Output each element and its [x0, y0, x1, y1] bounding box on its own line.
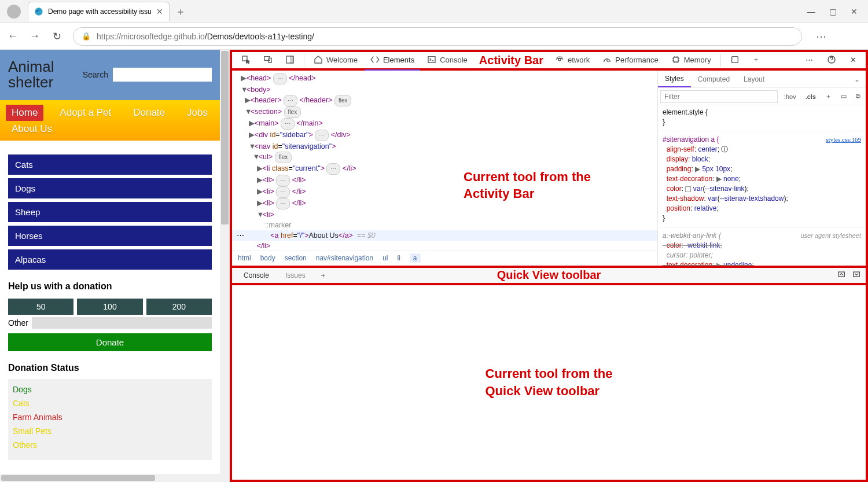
tab-network[interactable]: etwork: [549, 50, 595, 71]
computed-tab[interactable]: Computed: [691, 72, 737, 87]
other-amount-input[interactable]: [32, 317, 212, 329]
svg-rect-11: [838, 272, 845, 277]
donation-status: Donation Status Dogs Cats Farm Animals S…: [0, 355, 220, 468]
devtools-panel: Welcome Elements Console Activity Bar et…: [230, 50, 868, 482]
browser-titlebar: Demo page with accessibility issu ✕ ＋ — …: [0, 0, 868, 23]
styles-tab[interactable]: Styles: [658, 71, 691, 87]
sidebar-item[interactable]: Horses: [8, 226, 212, 246]
window-controls: — ▢ ✕: [797, 7, 868, 16]
performance-icon: [602, 55, 612, 64]
sidebar-item[interactable]: Dogs: [8, 178, 212, 198]
annotation-qv-body: Current tool from theQuick View toolbar: [486, 365, 613, 399]
nav-jobs[interactable]: Jobs: [181, 105, 214, 121]
tab-elements[interactable]: Elements: [365, 50, 420, 71]
close-tab-icon[interactable]: ✕: [156, 7, 163, 16]
qv-expand-icon[interactable]: [837, 270, 846, 281]
styles-filter-input[interactable]: [660, 90, 778, 103]
sidebar-item[interactable]: Sheep: [8, 202, 212, 222]
status-item: Small Pets: [13, 426, 207, 436]
svg-rect-6: [428, 57, 435, 63]
hov-toggle[interactable]: :hov: [781, 92, 799, 101]
search-label: Search: [83, 70, 108, 79]
rendered-page: Animal shelter Search Home Adopt a Pet D…: [0, 50, 230, 482]
site-title: Animal shelter: [8, 59, 78, 91]
donate-button[interactable]: Donate: [8, 333, 212, 351]
source-link[interactable]: styles.css:169: [826, 135, 861, 145]
browser-tab[interactable]: Demo page with accessibility issu ✕: [28, 2, 170, 21]
breadcrumb[interactable]: html body section nav#sitenavigation ul …: [232, 251, 657, 266]
address-bar[interactable]: 🔒 https://microsoftedge.github.io/Demos/…: [73, 27, 802, 46]
more-tabs-icon[interactable]: ＋: [746, 50, 766, 71]
lock-icon: 🔒: [82, 32, 91, 41]
close-window-icon[interactable]: ✕: [851, 7, 858, 16]
status-heading: Donation Status: [8, 363, 212, 373]
box-editor-icon[interactable]: ⧉: [853, 91, 863, 101]
nav-home[interactable]: Home: [6, 105, 43, 121]
home-icon: [314, 55, 323, 64]
new-rule-icon[interactable]: ＋: [822, 91, 834, 102]
search-input[interactable]: [113, 68, 212, 82]
tab-performance[interactable]: Performance: [597, 50, 664, 71]
tab-memory[interactable]: Memory: [665, 50, 717, 71]
other-label: Other: [8, 318, 28, 328]
browser-menu-icon[interactable]: ⋯: [812, 30, 830, 43]
status-item: Dogs: [13, 385, 207, 394]
qv-add-tab-icon[interactable]: ＋: [315, 270, 332, 281]
dom-tree[interactable]: ▶<head> ⋯ </head> ▼<body> ▶<header> ⋯ </…: [232, 71, 657, 251]
css-rules[interactable]: element.style { } #sitenavigation a {sty…: [658, 105, 866, 266]
flex-editor-icon[interactable]: ▭: [838, 91, 849, 101]
status-item: Others: [13, 440, 207, 450]
amount-200-button[interactable]: 200: [146, 299, 212, 315]
donation-section: Help us with a donation 50 100 200 Other…: [0, 278, 220, 355]
more-tools-icon[interactable]: ⋯: [800, 50, 819, 71]
close-devtools-icon[interactable]: ✕: [844, 50, 862, 71]
qv-collapse-icon[interactable]: [852, 270, 861, 281]
sidebar-item[interactable]: Cats: [8, 154, 212, 175]
inspect-element-icon[interactable]: [236, 50, 256, 71]
amount-100-button[interactable]: 100: [77, 299, 142, 315]
url-text: https://microsoftedge.github.io/Demos/de…: [97, 32, 314, 41]
new-tab-button[interactable]: ＋: [175, 5, 186, 19]
page-header: Animal shelter Search: [0, 50, 220, 100]
dock-side-icon[interactable]: [279, 50, 300, 71]
tab-welcome[interactable]: Welcome: [308, 50, 363, 71]
sidebar-item[interactable]: Alpacas: [8, 249, 212, 270]
nav-adopt[interactable]: Adopt a Pet: [54, 105, 117, 121]
dock-tab-icon[interactable]: [724, 50, 745, 71]
layout-tab[interactable]: Layout: [737, 72, 771, 87]
browser-toolbar: ← → ↻ 🔒 https://microsoftedge.github.io/…: [0, 23, 868, 50]
minimize-icon[interactable]: —: [807, 7, 815, 16]
reload-button[interactable]: ↻: [51, 30, 62, 43]
memory-icon: [671, 55, 681, 64]
styles-pane: Styles Computed Layout ⌄ :hov .cls ＋ ▭ ⧉: [657, 71, 866, 266]
main-nav: Home Adopt a Pet Donate Jobs About Us: [0, 100, 220, 141]
chevron-down-icon[interactable]: ⌄: [848, 75, 866, 83]
qv-issues-tab[interactable]: Issues: [278, 269, 312, 282]
svg-rect-12: [854, 272, 860, 277]
maximize-icon[interactable]: ▢: [829, 7, 837, 16]
tab-console[interactable]: Console: [421, 50, 473, 71]
horizontal-scrollbar[interactable]: [0, 474, 220, 482]
vertical-scrollbar[interactable]: [220, 50, 230, 482]
quick-view-body: Current tool from theQuick View toolbar: [230, 285, 868, 483]
network-icon: [555, 55, 564, 64]
svg-rect-5: [290, 56, 293, 63]
edge-favicon: [34, 7, 43, 16]
svg-rect-9: [731, 57, 738, 63]
profile-avatar[interactable]: [7, 5, 21, 19]
cls-toggle[interactable]: .cls: [803, 92, 819, 101]
sidebar-nav: Cats Dogs Sheep Horses Alpacas: [0, 141, 220, 278]
qv-console-tab[interactable]: Console: [237, 269, 276, 282]
elements-icon: [370, 55, 380, 64]
annotation-activity-bar: Activity Bar: [475, 54, 548, 67]
amount-50-button[interactable]: 50: [8, 299, 73, 315]
device-emulation-icon[interactable]: [258, 50, 278, 71]
styles-tabs: Styles Computed Layout ⌄: [658, 71, 866, 88]
help-icon[interactable]: [821, 50, 842, 71]
svg-rect-8: [674, 57, 678, 62]
selected-dom-node: ⋯ <a href="/">About Us</a> == $0: [232, 230, 657, 241]
nav-about[interactable]: About Us: [6, 121, 58, 137]
forward-button[interactable]: →: [29, 30, 41, 42]
back-button[interactable]: ←: [7, 30, 19, 42]
nav-donate[interactable]: Donate: [127, 105, 171, 121]
